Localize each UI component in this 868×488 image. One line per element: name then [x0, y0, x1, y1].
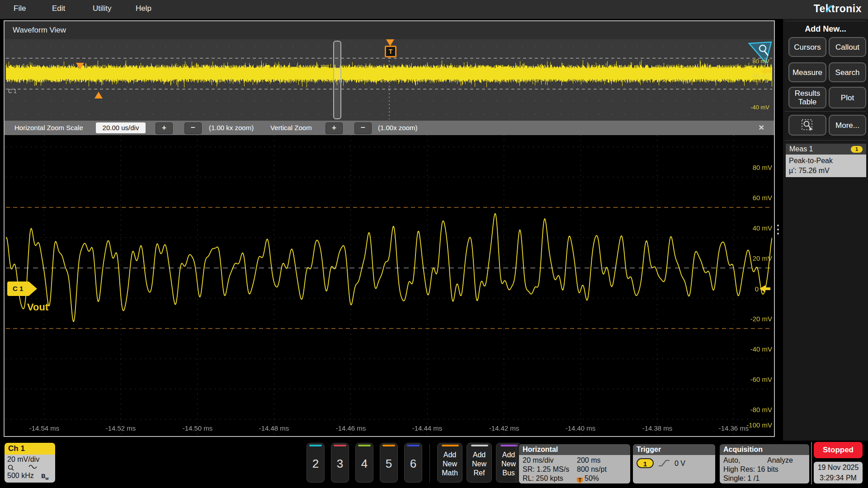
zoom-control-bar: Horizontal Zoom Scale 20.00 us/div + − (…: [5, 121, 774, 135]
sine-coupling-icon: [28, 464, 38, 470]
ref-color-strip: [471, 445, 488, 446]
add-plot-button[interactable]: Plot: [829, 87, 866, 108]
ch6-label: 6: [405, 457, 422, 471]
menu-bar: File Edit Utility Help Tektronix: [0, 0, 868, 19]
channel-5-button[interactable]: 5: [380, 443, 398, 483]
zero-level-label: 0: [747, 285, 759, 293]
horizontal-title: Horizontal: [519, 444, 630, 455]
x-label: -14.36 ms: [713, 424, 754, 432]
ov-volt-label: -40 mV: [737, 104, 769, 111]
h-zoom-scale-field[interactable]: 20.00 us/div: [96, 122, 146, 133]
ch1-bandwidth: 500 kHz: [7, 472, 34, 479]
x-label: -14.40 ms: [560, 424, 601, 432]
channel-3-button[interactable]: 3: [331, 443, 349, 483]
add-search-button[interactable]: Search: [829, 62, 866, 82]
bus-color-strip: [500, 445, 518, 446]
acquisition-body: Auto,Analyze High Res: 16 bits Single: 1…: [720, 455, 809, 483]
ch1-body: 20 mV/div 500 kHz Bw: [5, 455, 55, 483]
add-new-panel: Add New... Cursors Callout Measure Searc…: [783, 19, 868, 441]
max-peak-marker-icon[interactable]: [76, 63, 84, 70]
channel-1-settings-badge[interactable]: Ch 1 20 mV/div 500 kHz Bw: [5, 443, 55, 483]
v-zoom-minus-button[interactable]: −: [354, 122, 372, 134]
ch2-label: 2: [307, 457, 324, 471]
add-more-button[interactable]: More...: [829, 115, 866, 136]
meas1-value: µ': 75.26 mV: [789, 166, 863, 176]
x-label: -14.52 ms: [100, 424, 141, 432]
add-cursors-button[interactable]: Cursors: [788, 37, 826, 57]
trigger-body: 1 0 V: [633, 455, 715, 483]
h-zoom-minus-button[interactable]: −: [184, 122, 202, 134]
x-label: -14.54 ms: [24, 424, 65, 432]
v-zoom-readout: (1.00x zoom): [378, 124, 418, 131]
x-label: -14.44 ms: [407, 424, 448, 432]
acquisition-panel[interactable]: Acquisition Auto,Analyze High Res: 16 bi…: [720, 444, 809, 483]
datetime-display: 19 Nov 2025 3:29:34 PM: [814, 462, 863, 483]
menu-file[interactable]: File: [14, 4, 26, 13]
v-zoom-label: Vertical Zoom: [270, 124, 312, 131]
trace-label[interactable]: Vout: [27, 301, 48, 313]
bw-limit-icon: Bw: [41, 473, 48, 479]
zoom-waveform-canvas[interactable]: [6, 135, 772, 435]
acquisition-title: Acquisition: [720, 444, 809, 455]
trigger-title: Trigger: [633, 444, 715, 455]
menu-edit[interactable]: Edit: [52, 4, 65, 13]
add-measure-button[interactable]: Measure: [788, 62, 826, 82]
meas1-body[interactable]: Peak-to-Peak µ': 75.26 mV: [786, 155, 866, 177]
add-callout-button[interactable]: Callout: [829, 37, 866, 57]
y-label: 40 mV: [735, 224, 772, 232]
v-zoom-plus-button[interactable]: +: [326, 122, 343, 134]
run-stop-status-button[interactable]: Stopped: [814, 442, 863, 458]
waveform-view-title: Waveform View: [13, 26, 66, 35]
divider: [516, 444, 516, 483]
channel-4-button[interactable]: 4: [355, 443, 373, 483]
divider: [811, 442, 812, 484]
min-peak-marker-icon[interactable]: [94, 92, 103, 99]
h-zoom-readout: (1.00 kx zoom): [209, 124, 254, 131]
add-new-title: Add New...: [783, 24, 868, 34]
meas1-type: Peak-to-Peak: [789, 156, 863, 166]
h-zoom-plus-button[interactable]: +: [156, 122, 173, 134]
ch1-title: Ch 1: [5, 443, 55, 455]
ch5-color-strip: [382, 445, 395, 446]
trigger-marker-icon[interactable]: T: [385, 46, 396, 57]
meas1-header[interactable]: Meas 1 1: [786, 144, 866, 155]
divider: [429, 444, 430, 483]
meas1-source-badge: 1: [851, 146, 863, 153]
trigger-marker-arrow-icon[interactable]: [386, 39, 394, 46]
x-label: -14.50 ms: [177, 424, 218, 432]
add-new-bus-button[interactable]: AddNewBus: [496, 443, 521, 483]
zoom-window-indicator[interactable]: [333, 41, 341, 119]
ch3-color-strip: [334, 445, 346, 446]
zoom-plot-area[interactable]: C 1 Vout 0 80 mV 60 mV 40 mV 20 mV -20 m…: [5, 135, 774, 436]
trigger-source-badge: 1: [637, 458, 654, 468]
horizontal-panel[interactable]: Horizontal 20 ms/div200 ms SR: 1.25 MS/s…: [519, 444, 630, 483]
zoom-select-button[interactable]: [788, 115, 826, 136]
y-label: -80 mV: [735, 406, 772, 413]
channel-2-button[interactable]: 2: [307, 443, 325, 483]
y-label: 20 mV: [735, 254, 772, 262]
probe-icon: [7, 464, 15, 471]
y-label: -40 mV: [735, 345, 772, 353]
divider: [785, 140, 866, 141]
overview-strip[interactable]: C 1 T -80 ms -60 ms -40 ms -20 ms 0 s 20…: [5, 39, 774, 121]
y-label: 80 mV: [735, 164, 772, 171]
trigger-panel[interactable]: Trigger 1 0 V: [633, 444, 715, 483]
overview-channel-label: C 1: [8, 88, 17, 94]
channel-6-button[interactable]: 6: [404, 443, 422, 483]
ch1-scale: 20 mV/div: [7, 455, 52, 464]
add-new-ref-button[interactable]: AddNewRef: [467, 443, 492, 483]
ov-volt-label: 40 mV: [737, 73, 769, 80]
menu-utility[interactable]: Utility: [93, 4, 112, 13]
add-results-table-button[interactable]: Results Table: [788, 87, 826, 108]
x-label: -14.42 ms: [484, 424, 524, 432]
zero-level-arrow-icon[interactable]: [760, 285, 771, 293]
date: 19 Nov 2025: [814, 462, 863, 473]
trigger-position-icon: T: [577, 478, 583, 483]
menu-help[interactable]: Help: [136, 4, 151, 13]
close-zoom-icon[interactable]: ×: [759, 122, 764, 133]
math-color-strip: [442, 445, 459, 446]
ch4-color-strip: [358, 445, 371, 446]
panel-splitter-handle[interactable]: [777, 225, 779, 235]
add-new-math-button[interactable]: AddNewMath: [437, 443, 462, 483]
tektronix-logo: Tektronix: [814, 3, 862, 15]
